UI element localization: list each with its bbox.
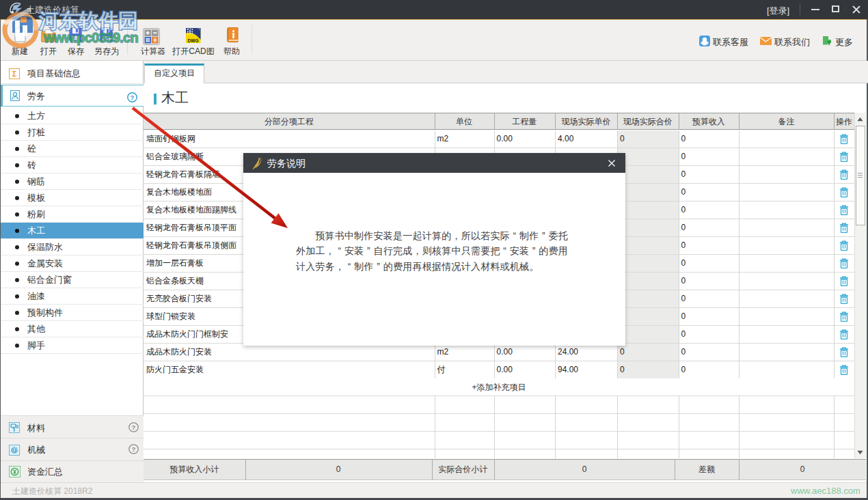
svg-text:www.pc0359.cn: www.pc0359.cn — [43, 30, 138, 45]
svg-text:DWG: DWG — [188, 38, 199, 43]
svg-text:?: ? — [132, 423, 136, 431]
svg-text:河东软件园: 河东软件园 — [38, 10, 138, 31]
svg-text:?: ? — [132, 445, 136, 453]
svg-text:?: ? — [131, 94, 135, 101]
